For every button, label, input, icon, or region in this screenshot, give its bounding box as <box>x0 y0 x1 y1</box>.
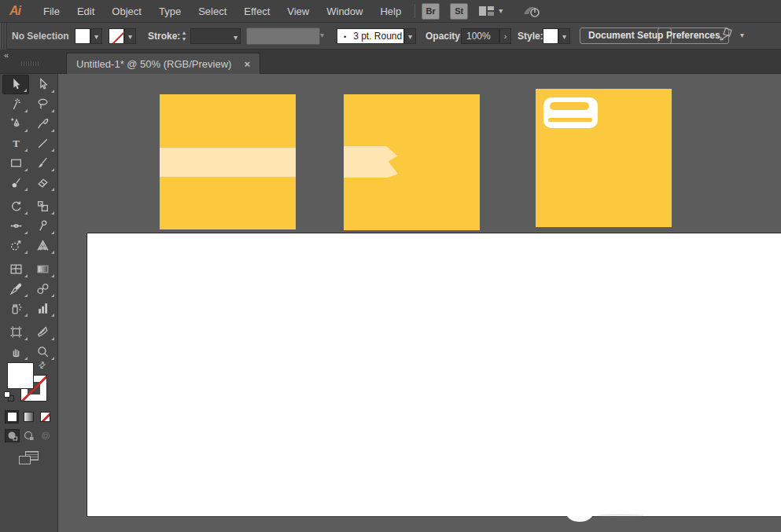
fill-color-swatch[interactable] <box>75 28 90 44</box>
tool-mesh[interactable] <box>2 259 29 279</box>
tool-paintbrush[interactable] <box>29 153 56 173</box>
selection-icon <box>9 78 23 91</box>
transform-options-button[interactable]: ▾ <box>718 28 744 43</box>
tool-pen[interactable] <box>2 114 29 134</box>
style-dropdown[interactable]: ▾ <box>558 28 570 44</box>
tool-artboard[interactable] <box>2 322 29 342</box>
artwork-card-ribbon[interactable] <box>344 94 480 230</box>
tool-rotate[interactable] <box>2 196 29 216</box>
draw-normal-button[interactable] <box>5 429 20 442</box>
collapse-panel-button[interactable]: « <box>4 50 9 60</box>
document-tab-title: Untitled-1* @ 50% (RGB/Preview) <box>76 58 231 70</box>
fill-stroke-controls: ⇄ <box>0 358 58 407</box>
fill-color-dropdown[interactable]: ▾ <box>90 28 102 44</box>
document-tab[interactable]: Untitled-1* @ 50% (RGB/Preview) × <box>66 53 260 74</box>
tool-line-segment[interactable] <box>29 134 56 153</box>
draw-behind-button[interactable] <box>21 429 36 442</box>
tool-rectangle[interactable] <box>2 153 29 173</box>
tool-direct-selection[interactable] <box>29 75 56 94</box>
chevron-down-icon: ▾ <box>740 31 744 39</box>
eraser-icon <box>36 176 50 189</box>
tool-pencil[interactable] <box>29 114 56 134</box>
menu-file[interactable]: File <box>35 0 68 23</box>
menu-object[interactable]: Object <box>103 0 150 23</box>
tool-slice[interactable] <box>29 322 56 342</box>
menu-window[interactable]: Window <box>318 0 371 23</box>
control-bar: No Selection ▾ ▾ Stroke: ▴ ▾ ▾ ▾ •3 pt. … <box>0 23 781 50</box>
menu-select[interactable]: Select <box>190 0 235 23</box>
stroke-weight-stepper[interactable]: ▴ ▾ <box>179 28 189 44</box>
menu-edit[interactable]: Edit <box>68 0 103 23</box>
stepper-down-icon[interactable]: ▾ <box>179 36 189 42</box>
tool-type[interactable]: T <box>2 134 29 153</box>
chevron-down-icon: ▾ <box>320 31 324 39</box>
none-mode-button[interactable] <box>38 410 52 424</box>
color-mode-button[interactable] <box>5 410 19 424</box>
badge-pill-slot <box>550 102 589 110</box>
screen-mode-button[interactable] <box>19 451 39 467</box>
card-badge-accent[interactable] <box>543 97 598 128</box>
pasteboard[interactable] <box>58 74 781 532</box>
direct-selection-icon <box>36 78 50 91</box>
svg-text:T: T <box>13 138 20 149</box>
lasso-icon <box>36 97 50 111</box>
draw-inside-button[interactable] <box>38 429 53 442</box>
artwork-card-stripe[interactable] <box>160 94 296 229</box>
free-transform-icon <box>36 219 50 233</box>
stroke-weight-dropdown[interactable]: ▾ <box>190 28 241 44</box>
tool-perspective-grid[interactable] <box>29 236 56 255</box>
tool-free-transform[interactable] <box>29 216 56 236</box>
card-stripe-accent[interactable] <box>160 148 296 177</box>
fill-proxy-swatch[interactable] <box>7 362 34 389</box>
tool-width[interactable] <box>2 216 29 236</box>
style-swatch[interactable] <box>543 28 558 44</box>
artwork-card-badge[interactable] <box>536 89 672 227</box>
blend-icon <box>36 282 50 295</box>
menu-type[interactable]: Type <box>150 0 190 23</box>
tool-selection[interactable] <box>2 75 29 94</box>
style-button[interactable]: St <box>450 3 468 20</box>
app-logo-icon: Ai <box>0 4 30 18</box>
menu-view[interactable]: View <box>278 0 318 23</box>
brush-preset-dropdown[interactable]: •3 pt. Round <box>337 28 404 44</box>
artwork-circle-bump[interactable] <box>566 504 593 522</box>
paintbrush-icon <box>36 156 50 170</box>
tool-eyedropper[interactable] <box>2 279 29 299</box>
workspace-switcher-button[interactable]: ▾ <box>479 6 503 17</box>
tool-eraser[interactable] <box>29 173 56 193</box>
menu-help[interactable]: Help <box>371 0 410 23</box>
tool-shape-builder[interactable] <box>2 236 29 255</box>
eyedropper-icon <box>9 282 23 295</box>
default-fill-stroke-button[interactable] <box>4 391 15 402</box>
tool-magic-wand[interactable] <box>2 94 29 114</box>
card-ribbon-accent[interactable] <box>344 146 398 178</box>
close-tab-icon[interactable]: × <box>244 58 250 70</box>
menu-effect[interactable]: Effect <box>235 0 278 23</box>
symbol-sprayer-icon <box>9 302 23 315</box>
stroke-color-swatch[interactable] <box>109 28 124 44</box>
tool-lasso[interactable] <box>29 94 56 114</box>
tool-blend[interactable] <box>29 279 56 299</box>
tool-gradient[interactable] <box>29 259 56 279</box>
bridge-button[interactable]: Br <box>422 3 440 20</box>
panel-grip[interactable] <box>0 23 7 50</box>
artboard[interactable] <box>87 233 781 517</box>
pen-icon <box>9 117 23 130</box>
perspective-grid-icon <box>36 239 50 252</box>
opacity-input[interactable]: 100% <box>461 28 499 44</box>
brush-preset-chevron[interactable]: ▾ <box>404 28 416 44</box>
chevron-down-icon: ▾ <box>499 7 503 15</box>
transform-options-icon <box>718 28 735 43</box>
blob-brush-icon <box>9 176 23 189</box>
swap-fill-stroke-icon[interactable]: ⇄ <box>36 359 48 372</box>
opacity-expand-button[interactable]: › <box>499 28 511 44</box>
tool-blob-brush[interactable] <box>2 173 29 193</box>
tool-symbol-sprayer[interactable] <box>2 299 29 318</box>
opacity-label: Opacity: <box>425 31 463 42</box>
tool-scale[interactable] <box>29 196 56 216</box>
gradient-mode-button[interactable] <box>21 410 35 424</box>
tool-column-graph[interactable] <box>29 299 56 318</box>
stroke-color-dropdown[interactable]: ▾ <box>124 28 136 44</box>
tool-panel-grip[interactable] <box>21 61 39 66</box>
cs-live-button[interactable] <box>521 3 545 19</box>
